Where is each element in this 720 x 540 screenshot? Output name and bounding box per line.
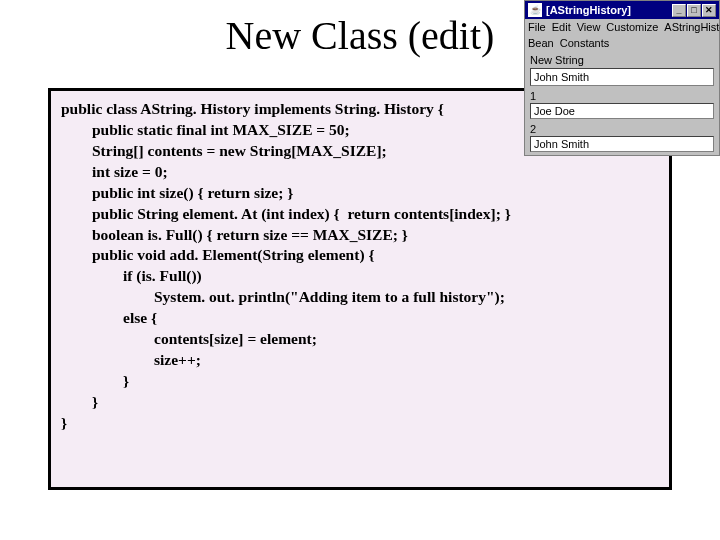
close-button[interactable]: ✕ [702,4,716,17]
java-icon: ☕ [528,3,542,17]
menu-customize[interactable]: Customize [606,21,658,33]
code-line: boolean is. Full() { return size == MAX_… [61,226,408,243]
code-line: public String element. At (int index) { … [61,205,511,222]
code-line: public void add. Element(String element)… [61,246,375,263]
menu-view[interactable]: View [577,21,601,33]
window-title: [AStringHistory] [546,4,672,16]
code-line: size++; [61,351,201,368]
history-value-1: Joe Doe [530,103,714,119]
code-line: } [61,393,98,410]
minimize-button[interactable]: _ [672,4,686,17]
menubar-row2: Bean Constants [525,35,719,51]
code-line: else { [61,309,157,326]
code-line: } [61,414,67,431]
index-2-label: 2 [530,123,714,135]
maximize-button[interactable]: □ [687,4,701,17]
code-line: public static final int MAX_SIZE = 50; [61,121,350,138]
titlebar[interactable]: ☕ [AStringHistory] _ □ ✕ [525,1,719,19]
code-line: if (is. Full()) [61,267,202,284]
code-line: String[] contents = new String[MAX_SIZE]… [61,142,387,159]
code-line: int size = 0; [61,163,168,180]
menu-edit[interactable]: Edit [552,21,571,33]
new-string-input[interactable] [530,68,714,86]
code-line: public int size() { return size; } [61,184,293,201]
index-1-label: 1 [530,90,714,102]
code-line: public class AString. History implements… [61,100,444,117]
menu-ahistory[interactable]: AStringHistory [664,21,720,33]
menu-file[interactable]: File [528,21,546,33]
menubar: File Edit View Customize AStringHistory [525,19,719,35]
fields-area: New String 1 Joe Doe 2 John Smith [525,51,719,155]
code-line: contents[size] = element; [61,330,317,347]
history-value-2: John Smith [530,136,714,152]
new-string-label: New String [530,54,714,66]
app-window: ☕ [AStringHistory] _ □ ✕ File Edit View … [524,0,720,156]
menu-bean[interactable]: Bean [528,37,554,49]
menu-constants[interactable]: Constants [560,37,610,49]
code-line: System. out. println("Adding item to a f… [61,288,505,305]
code-line: } [61,372,129,389]
